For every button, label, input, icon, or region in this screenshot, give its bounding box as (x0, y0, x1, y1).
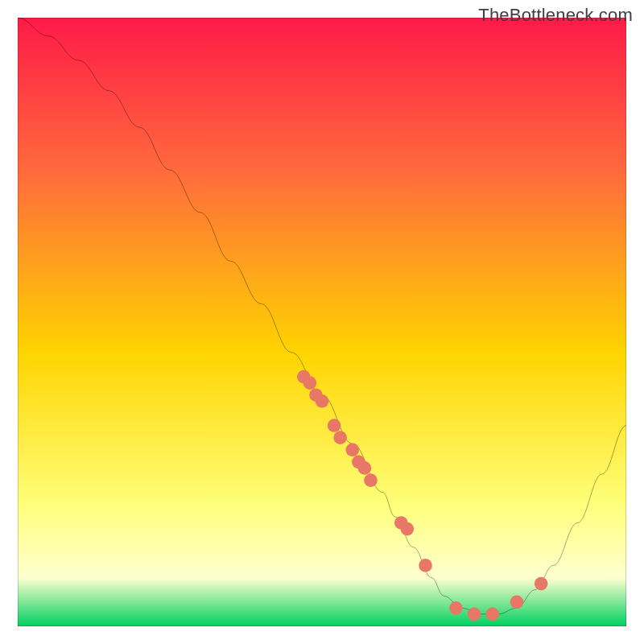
data-point (449, 601, 463, 615)
data-point (535, 577, 548, 591)
data-point (419, 559, 432, 572)
data-point (468, 608, 481, 621)
data-point (358, 461, 372, 475)
data-point (364, 473, 378, 487)
data-point (485, 608, 499, 621)
data-point (333, 431, 347, 444)
data-point (303, 376, 317, 390)
plot-area (18, 18, 626, 626)
data-point (345, 443, 359, 456)
data-point (510, 595, 524, 609)
chart-svg (18, 18, 626, 626)
data-point (328, 419, 341, 432)
gradient-background (18, 18, 626, 626)
data-point (401, 522, 415, 536)
watermark-label: TheBottleneck.com (478, 5, 633, 26)
chart-container: TheBottleneck.com (0, 0, 644, 644)
data-point (316, 394, 329, 408)
